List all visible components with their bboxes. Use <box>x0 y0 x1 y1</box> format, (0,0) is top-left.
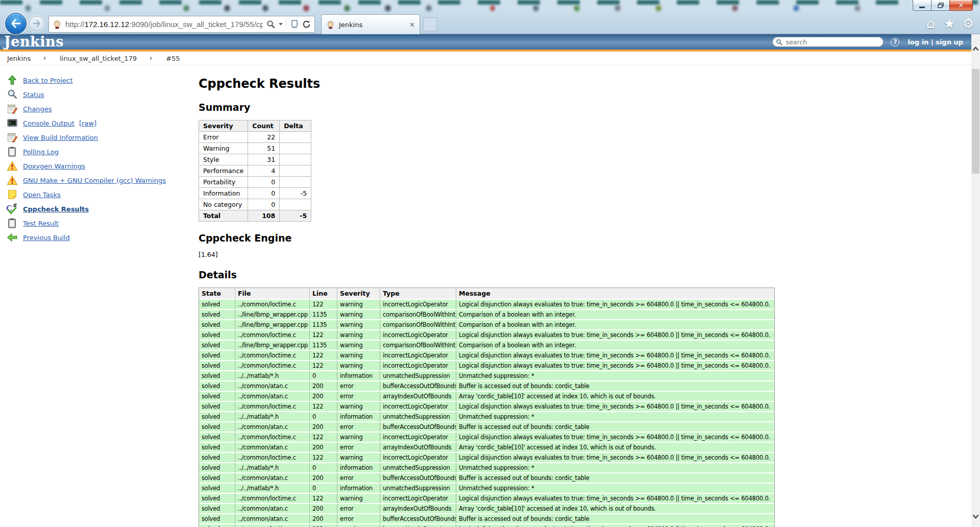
tab-close-icon[interactable]: ✕ <box>409 21 415 28</box>
details-cell: solved <box>199 351 235 361</box>
sidebar-item-back-to-project[interactable]: Back to Project <box>6 73 199 87</box>
address-bar[interactable]: http://172.16.12.12:9090/job/linux_sw_al… <box>48 16 315 33</box>
sidebar-link[interactable]: View Build Information <box>23 134 98 141</box>
scrollbar-thumb[interactable] <box>972 69 979 174</box>
search-input[interactable] <box>785 38 880 46</box>
details-cell: ../common/loctime.c <box>235 453 310 463</box>
details-cell: ../common/loctime.c <box>235 330 310 341</box>
maximize-button[interactable] <box>931 0 950 11</box>
details-row: solved../common/loctime.c122warningincor… <box>199 494 774 504</box>
details-cell: warning <box>337 524 380 527</box>
summary-cell: Total <box>199 210 248 222</box>
sidebar-item-test-result[interactable]: Test Result <box>6 216 199 230</box>
details-cell: comparisonOfBoolWithInt <box>380 320 456 330</box>
summary-cell: Portability <box>199 177 248 188</box>
new-tab-button[interactable] <box>423 17 437 31</box>
scroll-up-icon[interactable] <box>972 46 979 51</box>
jenkins-logo[interactable]: Jenkins <box>4 34 64 50</box>
home-icon[interactable]: ⌂ <box>923 15 938 32</box>
details-cell: Logical disjunction always evaluates to … <box>456 494 774 504</box>
search-box[interactable] <box>772 37 884 47</box>
sidebar-item-cppcheck-results[interactable]: C# Cppcheck Results <box>6 202 199 216</box>
details-row: solved../line/lbmp_wrapper.cpp1135warnin… <box>199 341 774 351</box>
sidebar-link[interactable]: Changes <box>23 105 52 113</box>
search-dropdown-icon[interactable] <box>279 23 283 26</box>
vertical-scrollbar[interactable] <box>971 34 980 527</box>
sidebar-link[interactable]: Back to Project <box>23 77 72 84</box>
sidebar-item-status[interactable]: Status <box>6 87 199 102</box>
favorites-star-icon[interactable]: ★ <box>942 15 957 32</box>
summary-cell: Error <box>199 132 248 143</box>
summary-row: Style31 <box>199 154 311 165</box>
breadcrumb-build[interactable]: #55 <box>164 55 182 62</box>
details-cell: warning <box>337 494 380 504</box>
sidebar-item-previous-build[interactable]: Previous Build <box>6 230 199 245</box>
sidebar-link[interactable]: Previous Build <box>23 234 70 242</box>
sidebar-extra-link[interactable]: [raw] <box>79 119 96 127</box>
details-cell: information <box>337 371 380 381</box>
summary-cell: 0 <box>248 188 280 199</box>
login-link[interactable]: log in <box>908 38 928 46</box>
browser-tab-jenkins[interactable]: Jenkins ✕ <box>321 14 420 34</box>
details-cell: ../../matlab/*.h <box>235 412 310 422</box>
details-cell: warning <box>337 361 380 371</box>
terminal-icon: >_ <box>6 117 18 129</box>
sidebar-link[interactable]: Status <box>23 91 44 99</box>
details-row: solved../common/atan.c200errorbufferAcce… <box>199 422 774 433</box>
summary-cell <box>280 199 311 210</box>
search-icon[interactable] <box>266 20 275 29</box>
sidebar-link[interactable]: Cppcheck Results <box>23 205 89 213</box>
sidebar-link[interactable]: Polling Log <box>23 148 59 156</box>
summary-cell: No category <box>199 199 248 210</box>
sidebar-item-console-output[interactable]: >_ Console Output [raw] <box>6 116 199 130</box>
details-row: solved../../matlab/*.h0informationunmatc… <box>199 412 774 422</box>
sidebar-link[interactable]: Open Tasks <box>23 191 61 199</box>
tab-title: Jenkins <box>339 21 362 29</box>
details-cell: information <box>337 463 380 473</box>
scroll-down-icon[interactable] <box>972 514 979 519</box>
details-row: solved../common/loctime.c122warningincor… <box>199 300 774 310</box>
details-cell: Logical disjunction always evaluates to … <box>456 351 774 361</box>
settings-gear-icon[interactable]: ⚙ <box>961 15 976 32</box>
details-cell: incorrectLogicOperator <box>380 300 456 310</box>
sidebar-item-polling-log[interactable]: Polling Log <box>6 145 199 159</box>
details-cell: 122 <box>310 351 337 361</box>
details-cell: 0 <box>310 463 337 473</box>
sidebar-item-changes[interactable]: Changes <box>6 102 199 116</box>
close-button[interactable]: ✕ <box>949 0 973 11</box>
details-cell: 122 <box>310 361 337 371</box>
details-cell: Unmatched suppression: * <box>456 463 774 473</box>
details-cell: warning <box>337 453 380 463</box>
sidebar-link[interactable]: Doxygen Warnings <box>23 162 85 170</box>
details-row: solved../line/lbmp_wrapper.cpp1135warnin… <box>199 310 774 320</box>
details-cell: ../line/lbmp_wrapper.cpp <box>235 320 310 330</box>
summary-cell <box>280 143 311 154</box>
help-icon[interactable]: ? <box>891 38 899 46</box>
compatibility-view-icon[interactable] <box>290 20 299 29</box>
details-cell: bufferAccessOutOfBounds <box>380 473 456 484</box>
details-cell: solved <box>199 392 235 402</box>
sidebar-item-doxygen-warnings[interactable]: Doxygen Warnings <box>6 159 199 173</box>
sidebar-link[interactable]: GNU Make + GNU Compiler (gcc) Warnings <box>23 177 166 184</box>
sidebar-link[interactable]: Test Result <box>23 220 59 227</box>
sidebar-link[interactable]: Console Output <box>23 119 75 127</box>
breadcrumb-job[interactable]: linux_sw_all_ticket_179 <box>58 55 139 62</box>
magnifier-icon <box>6 88 18 101</box>
notepad-icon <box>6 131 18 143</box>
forward-button[interactable] <box>29 16 44 31</box>
details-header: State <box>199 288 235 300</box>
summary-row: No category0 <box>199 199 311 210</box>
jenkins-header: Jenkins ? log in | sign up <box>0 34 971 52</box>
sidebar-item-view-build-information[interactable]: View Build Information <box>6 130 199 145</box>
back-button[interactable] <box>5 13 27 34</box>
sidebar-item-gnu-make-gnu-compiler-gcc-warnings[interactable]: GNU Make + GNU Compiler (gcc) Warnings <box>6 173 199 187</box>
signup-link[interactable]: sign up <box>936 38 963 46</box>
sidebar-item-open-tasks[interactable]: Open Tasks <box>6 187 199 202</box>
details-cell: arrayIndexOutOfBounds <box>380 392 456 402</box>
details-cell: ../../matlab/*.h <box>235 484 310 494</box>
refresh-icon[interactable] <box>302 20 311 29</box>
sticky-note-icon <box>6 188 18 201</box>
minimize-button[interactable] <box>913 0 932 11</box>
breadcrumb-jenkins[interactable]: Jenkins <box>5 55 33 62</box>
details-cell: ../line/lbmp_wrapper.cpp <box>235 341 310 351</box>
